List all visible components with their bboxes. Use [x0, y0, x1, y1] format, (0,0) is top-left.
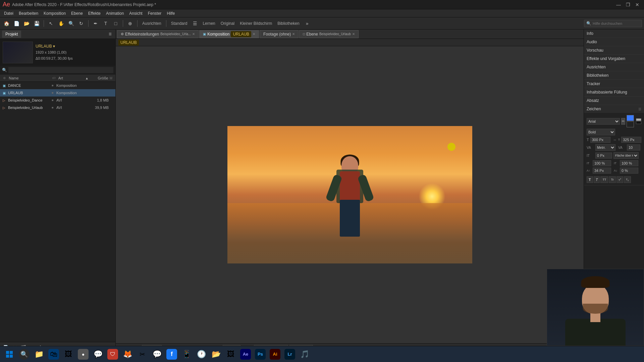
project-item-urlaub[interactable]: ▣ URLAUB ■ Komposition [0, 89, 115, 97]
font-picker-btn[interactable]: ✏ [621, 118, 625, 125]
ebene-tab[interactable]: □ Ebene Beispielvideo_Urlaub ✕ [299, 30, 359, 38]
firefox-button[interactable]: 🦊 [121, 348, 134, 361]
stroke-color-swatch[interactable] [627, 121, 634, 127]
unknown1-button[interactable]: ● [76, 348, 90, 361]
menu-item-ansicht[interactable]: Ansicht [126, 10, 145, 16]
shape-tool[interactable]: □ [111, 19, 120, 28]
baseline2-input[interactable] [620, 168, 638, 174]
close-button[interactable]: ✕ [633, 1, 641, 9]
footage-tab[interactable]: Footage (ohne) ✕ [260, 30, 299, 38]
menu-item-effekte[interactable]: Effekte [86, 10, 103, 16]
minimize-button[interactable]: — [614, 1, 623, 9]
indent-input[interactable] [595, 153, 612, 159]
smallcaps-btn[interactable]: Tr [609, 176, 615, 183]
pen-tool[interactable]: ✒ [91, 19, 100, 28]
effekte-header[interactable]: Effekte und Vorgaben [584, 55, 644, 63]
scale-h-input[interactable] [593, 160, 611, 166]
project-item-dance[interactable]: ▣ DANCE ■ Komposition [0, 82, 115, 89]
photos-button[interactable]: 🖼 [62, 348, 75, 361]
project-item-urlaub-avi[interactable]: ▷ Beispielvideo_Urlaub ■ AVI 39,9 MB [0, 104, 115, 111]
scale-v-input[interactable] [620, 160, 638, 166]
scissors-button[interactable]: ✂ [136, 348, 149, 361]
baseline-input[interactable] [593, 168, 611, 174]
workspace-more[interactable]: » [303, 19, 312, 28]
zoom-tool[interactable]: 🔍 [67, 19, 75, 28]
tracking-val-input[interactable] [627, 144, 640, 150]
font-style-select[interactable]: Bold Regular Italic [587, 129, 615, 135]
rotation-tool[interactable]: ↻ [77, 19, 86, 28]
italic-btn[interactable]: T [594, 176, 600, 183]
bibliotheken-label[interactable]: Bibliotheken [275, 21, 301, 26]
help-search[interactable] [593, 21, 640, 25]
search-taskbar-button[interactable]: 🔍 [17, 348, 31, 361]
info-header[interactable]: Info [584, 29, 644, 38]
kleiner-label[interactable]: Kleiner Bildschirm [238, 21, 274, 26]
maximize-button[interactable]: ❐ [624, 1, 632, 9]
menu-item-animation[interactable]: Animation [103, 10, 126, 16]
ebene-tab-close[interactable]: ✕ [352, 32, 355, 36]
menu-item-datei[interactable]: Datei [1, 10, 16, 16]
sup-btn[interactable]: TT [616, 176, 624, 183]
files2-button[interactable]: 📂 [209, 348, 223, 361]
save-btn[interactable]: 💾 [32, 19, 41, 28]
bibliotheken-header[interactable]: Bibliotheken [584, 71, 644, 79]
menu-item-hilfe[interactable]: Hilfe [164, 10, 177, 16]
tracking-select[interactable]: Metrr. [595, 144, 615, 151]
font-size-input[interactable] [590, 137, 610, 143]
audio-header[interactable]: Audio [584, 38, 644, 46]
whatsapp-button[interactable]: 💬 [91, 348, 105, 361]
bold-btn[interactable]: T [587, 176, 593, 183]
align-label[interactable]: Ausrichten [140, 21, 163, 26]
inhaltsbasierte-header[interactable]: Inhaltsbasierte Füllung [584, 88, 644, 96]
photoshop-button[interactable]: Ps [254, 348, 267, 361]
phone-button[interactable]: 📱 [180, 348, 193, 361]
effects-tab-close[interactable]: ✕ [192, 32, 195, 36]
store-button[interactable]: 🛍 [47, 348, 60, 361]
puppet-tool[interactable]: ⊕ [126, 19, 135, 28]
comp-tab-urlaub[interactable]: ▣ Komposition URLAUB ✕ [199, 30, 259, 38]
standard-menu[interactable]: ☰ [191, 19, 199, 28]
font-size2-input[interactable] [621, 137, 641, 143]
project-panel-tab[interactable]: Projekt [2, 31, 21, 38]
absatz-header[interactable]: Absatz [584, 97, 644, 105]
lernen-label[interactable]: Lernen [201, 21, 217, 26]
unknown3-button[interactable]: 🖼 [224, 348, 237, 361]
zeichen-header[interactable]: Zeichen ☰ [584, 105, 644, 113]
explorer-button[interactable]: 📁 [32, 348, 46, 361]
messenger-button[interactable]: 💬 [150, 348, 164, 361]
open-btn[interactable]: 📂 [22, 19, 31, 28]
ausrichten-header[interactable]: Ausrichten [584, 63, 644, 71]
sub-btn[interactable]: TT [624, 176, 631, 183]
text-tool[interactable]: T [101, 19, 110, 28]
original-label[interactable]: Original [219, 21, 236, 26]
font-select[interactable]: Arial Helvetica Times New Roman [587, 118, 620, 125]
new-comp-btn[interactable]: 📄 [12, 19, 21, 28]
music-button[interactable]: 🎵 [298, 348, 311, 361]
project-search-input[interactable] [8, 67, 113, 73]
panel-more-btn[interactable]: ☰ [107, 31, 113, 38]
menu-item-fenster[interactable]: Fenster [145, 10, 164, 16]
menu-item-bearbeiten[interactable]: Bearbeiten [16, 10, 41, 16]
facebook-button[interactable]: f [165, 348, 178, 361]
antivirus-button[interactable]: 🛡 [106, 348, 119, 361]
fill-color-swatch[interactable] [627, 115, 634, 121]
comp-tab-close[interactable]: ✕ [253, 32, 255, 36]
hand-tool[interactable]: ✋ [57, 19, 65, 28]
home-btn[interactable]: 🏠 [2, 19, 11, 28]
tracker-header[interactable]: Tracker [584, 80, 644, 88]
indent-type-select[interactable]: Fläche über Kon... [613, 152, 639, 159]
footage-tab-close[interactable]: ✕ [292, 32, 295, 36]
menu-item-ebene[interactable]: Ebene [68, 10, 86, 16]
aftereffects-button[interactable]: Ae [239, 348, 252, 361]
start-button[interactable] [3, 348, 16, 361]
effects-tab[interactable]: ⚙ Effekteinstellungen Beispielvideo_Urla… [117, 30, 199, 38]
vorschau-header[interactable]: Vorschau [584, 46, 644, 54]
project-item-dance-avi[interactable]: ▷ Beispielvideo_Dance ■ AVI 1,8 MB [0, 97, 115, 104]
select-tool[interactable]: ↖ [47, 19, 55, 28]
menu-item-komposition[interactable]: Komposition [41, 10, 68, 16]
comp-viewer[interactable] [116, 46, 584, 343]
allcaps-btn[interactable]: TT [600, 176, 608, 183]
standard-label[interactable]: Standard [169, 21, 190, 26]
lightroom-button[interactable]: Lr [283, 348, 297, 361]
illustrator-button[interactable]: Ai [268, 348, 282, 361]
